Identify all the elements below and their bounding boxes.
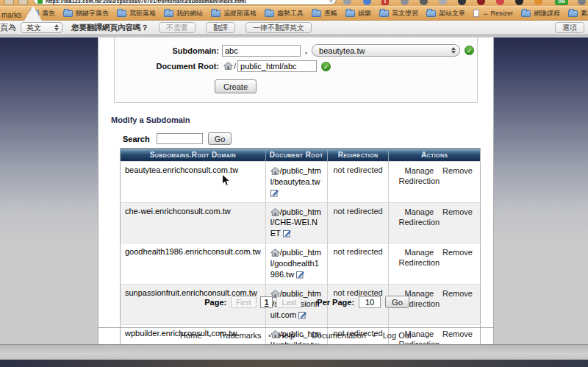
extension-icon[interactable] — [477, 0, 485, 5]
extension-icon[interactable] — [458, 0, 466, 5]
bookmark-folder-accounting[interactable]: 查帳 — [312, 9, 337, 18]
cell-redirection: not redirected — [327, 202, 389, 243]
folder-icon — [568, 10, 578, 17]
per-page-go-button[interactable]: Go — [385, 296, 409, 308]
bookmark-folder-trend-tools[interactable]: 趨勢工具 — [265, 9, 304, 18]
footer-logout-link[interactable]: Log Out — [383, 331, 412, 340]
first-page-button[interactable]: First — [231, 296, 256, 308]
table-row: che-wei.enrichconsult.com.tw /public_htm… — [121, 202, 481, 243]
cell-actions: Manage Redirection Remove — [389, 202, 481, 243]
bookmark-folder-courses[interactable]: 網賺課程 — [521, 9, 560, 18]
translate-button[interactable]: 翻譯 — [206, 22, 235, 33]
manage-redirection-link[interactable]: Manage Redirection — [396, 247, 442, 268]
footer-trademarks-link[interactable]: Trademarks — [218, 331, 261, 340]
header-actions[interactable]: Actions — [389, 149, 481, 162]
bookmark-folder-materials[interactable]: 素材 — [568, 9, 588, 18]
on-toggle-icon[interactable]: ON — [555, 0, 568, 5]
cell-docroot: /public_html/CHE-WEI.NET — [265, 202, 327, 243]
folder-icon — [63, 10, 73, 17]
bookmarks-bar-label: marks — [1, 11, 21, 19]
bookmark-folder-blogging[interactable]: 寫部落格 — [117, 9, 156, 18]
footer-links: Home▪Trademarks▪Help▪Documentation▪Log O… — [98, 331, 493, 340]
extension-badge-icon[interactable]: 1 — [381, 0, 389, 5]
create-button[interactable]: Create — [215, 79, 257, 93]
search-input[interactable] — [157, 133, 203, 144]
translate-language-select[interactable]: 英文 — [21, 22, 62, 33]
header-redirection[interactable]: Redirection — [327, 149, 389, 162]
ssl-lock-icon — [37, 0, 43, 4]
footer-help-link[interactable]: Help — [278, 331, 295, 340]
translate-decline-button[interactable]: 不需要 — [159, 22, 196, 33]
cell-domain: che-wei.enrichconsult.com.tw — [121, 202, 266, 243]
search-label: Search — [123, 135, 150, 143]
create-subdomain-box: Subdomain: . beautytea.tw ✓ Document Roo… — [114, 38, 478, 103]
extension-icon[interactable] — [515, 0, 523, 5]
screen: https://ida123.com.tw:2083/cpsess8970701… — [0, 0, 588, 367]
extension-icon[interactable] — [534, 0, 542, 5]
home-icon — [270, 208, 280, 216]
extension-icon[interactable] — [439, 0, 447, 5]
footer-home-link[interactable]: Home — [180, 331, 201, 340]
current-page-button[interactable]: 1 — [260, 296, 273, 308]
extension-icon[interactable] — [401, 0, 409, 5]
toolbar-button-icon[interactable] — [4, 0, 14, 5]
root-domain-select[interactable]: beautytea.tw — [312, 44, 460, 57]
edit-icon[interactable] — [283, 229, 291, 238]
mouse-cursor — [221, 174, 231, 190]
bookmark-star-icon[interactable]: ★ — [329, 0, 334, 4]
per-page-input[interactable] — [359, 296, 381, 308]
bookmark-folder-english[interactable]: 英文學習 — [379, 9, 418, 18]
edit-icon[interactable] — [296, 271, 304, 279]
cell-actions: Manage Redirection Remove — [389, 162, 481, 203]
folder-icon — [164, 10, 173, 17]
page-icon — [473, 10, 479, 17]
extension-icon[interactable] — [578, 0, 586, 5]
per-page-label: Per Page: — [317, 298, 354, 307]
header-subdomains[interactable]: Subdomains.Root Domain — [121, 149, 266, 162]
cell-domain: goodhealth1986.enrichconsult.com.tw — [121, 243, 266, 285]
window-bottom-chrome — [0, 344, 588, 360]
extension-icon[interactable] — [363, 0, 371, 5]
remove-link[interactable]: Remove — [442, 207, 473, 228]
header-docroot[interactable]: Document Root — [265, 149, 327, 162]
cpanel-page: Subdomain: . beautytea.tw ✓ Document Roo… — [98, 38, 494, 344]
remove-link[interactable]: Remove — [442, 247, 473, 268]
folder-icon — [211, 10, 220, 17]
browser-viewport: Subdomain: . beautytea.tw ✓ Document Roo… — [0, 38, 588, 344]
select-stepper-icon — [54, 24, 59, 31]
edit-icon[interactable] — [298, 311, 306, 319]
docroot-prefix: / — [234, 62, 236, 71]
search-go-button[interactable]: Go — [208, 132, 232, 145]
browser-toolbar: https://ida123.com.tw:2083/cpsess8970701… — [0, 0, 588, 6]
folder-icon — [265, 10, 274, 17]
last-page-button[interactable]: Last — [276, 296, 301, 308]
modify-subdomain-heading: Modify a Subdomain — [111, 115, 190, 124]
manage-redirection-link[interactable]: Manage Redirection — [396, 165, 442, 187]
bookmark-folder-entertainment[interactable]: 娛樂 — [345, 9, 371, 18]
translate-options-button[interactable]: 選項 — [555, 22, 584, 33]
cell-redirection: not redirected — [327, 243, 389, 285]
bookmark-folder-keyword-ads[interactable]: 關鍵字廣告 — [63, 9, 109, 18]
extension-icon[interactable] — [420, 0, 428, 5]
bookmark-folder-follow-blogs[interactable]: 追蹤部落格 — [211, 9, 257, 18]
extension-icon[interactable] — [496, 0, 504, 5]
docroot-input[interactable] — [237, 60, 317, 72]
remove-link[interactable]: Remove — [442, 165, 473, 187]
extension-icon[interactable] — [343, 0, 351, 5]
address-bar[interactable]: https://ida123.com.tw:2083/cpsess8970701… — [33, 0, 337, 5]
toolbar-button-icon[interactable] — [18, 0, 28, 5]
bookmark-folder-site-articles[interactable]: 架站文章 — [426, 9, 465, 18]
bookmark-resizer[interactable]: ↔ Resizer — [473, 10, 513, 17]
pagination: Page: First 1 Last Per Page: Go — [98, 296, 493, 308]
subdomain-input[interactable] — [222, 45, 301, 57]
footer-documentation-link[interactable]: Documentation — [312, 331, 366, 340]
table-row: goodhealth1986.enrichconsult.com.tw /pub… — [121, 243, 481, 285]
edit-icon[interactable] — [270, 189, 279, 197]
cell-actions: Manage Redirection Remove — [389, 243, 481, 285]
folder-icon — [345, 10, 355, 17]
bookmark-folder-my-sites[interactable]: 我的網站 — [164, 9, 203, 18]
manage-redirection-link[interactable]: Manage Redirection — [396, 207, 442, 228]
never-translate-button[interactable]: 一律不翻譯英文 — [245, 22, 312, 33]
cell-domain: beautytea.enrichconsult.com.tw — [121, 162, 266, 203]
cell-docroot: /public_html/beautytea.tw — [265, 162, 327, 203]
